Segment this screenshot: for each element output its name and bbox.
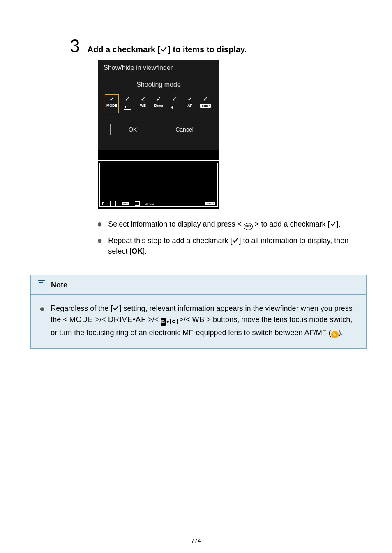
bullet-icon: ● xyxy=(97,220,102,229)
bullet-icon: ● xyxy=(39,304,45,313)
set-button-icon: SET xyxy=(244,223,253,230)
viewfinder-preview: P AWB JPEG Flicker! xyxy=(98,160,219,209)
check-icon: ✓ xyxy=(187,96,193,102)
metering-icon xyxy=(124,104,131,110)
status-awb: AWB xyxy=(122,202,129,205)
step-title-before: Add a checkmark [ xyxy=(87,45,160,54)
option-mode-label: MODE xyxy=(106,104,117,108)
option-flicker-label: Flicker! xyxy=(200,104,211,108)
bullet2-text-c: ]. xyxy=(143,247,147,255)
check-icon xyxy=(232,237,239,244)
mode-button-label: MODE xyxy=(69,315,93,324)
camera-dialog: Show/hide in viewfinder Shooting mode ✓ … xyxy=(98,60,219,209)
page-number: 774 xyxy=(0,537,392,544)
note-text-a: Regardless of the [ xyxy=(51,304,113,312)
check-icon: ✓ xyxy=(203,96,208,102)
option-flicker[interactable]: ✓ Flicker! xyxy=(198,94,212,113)
reference-link-icon[interactable]: ✎ xyxy=(331,331,339,338)
wb-button-label: WB xyxy=(192,315,205,324)
ok-button[interactable]: OK xyxy=(110,124,155,135)
status-mode: P xyxy=(102,201,104,206)
check-icon: ✓ xyxy=(125,96,130,102)
option-drive-label: Drive xyxy=(154,104,163,108)
step-title: Add a checkmark [] to items to display. xyxy=(87,45,247,54)
exposure-icon: ∴ xyxy=(171,104,177,110)
check-icon: ✓ xyxy=(172,96,177,102)
dialog-subtitle: Shooting mode xyxy=(98,74,219,94)
sep1: >/< xyxy=(93,315,108,324)
bullet1-text-c: ]. xyxy=(337,220,341,228)
exposure-metering-icon: ⧉• xyxy=(161,316,177,327)
status-flicker: Flicker! xyxy=(205,202,215,205)
bullet-repeat-step: ● Repeat this step to add a checkmark []… xyxy=(97,235,360,257)
bullet1-text-b: > to add a checkmark [ xyxy=(253,220,330,228)
bullet2-text-a: Repeat this step to add a checkmark [ xyxy=(108,236,232,245)
bullet-icon: ● xyxy=(97,236,102,245)
check-icon xyxy=(113,305,119,312)
bullet-select-info: ● Select information to display and pres… xyxy=(97,219,360,230)
status-metering-icon xyxy=(110,201,116,206)
check-icon: ✓ xyxy=(109,96,115,102)
check-icon xyxy=(160,46,168,53)
option-drive[interactable]: ✓ Drive xyxy=(152,94,166,113)
step-title-after: ] to items to display. xyxy=(168,45,247,54)
check-icon xyxy=(330,221,337,227)
status-drive-icon xyxy=(135,201,140,206)
option-wb-label: WB xyxy=(140,104,146,108)
dialog-icon-row: ✓ MODE ✓ ✓ WB ✓ Drive ✓ ∴ xyxy=(98,94,219,113)
note-box: Note ● Regardless of the [] setting, rel… xyxy=(30,275,367,349)
driveaf-button-label: DRIVE•AF xyxy=(108,315,146,324)
option-af-label: AF xyxy=(187,104,192,108)
note-title: Note xyxy=(51,281,67,289)
option-metering[interactable]: ✓ xyxy=(120,94,134,113)
step-number: 3 xyxy=(70,37,80,55)
option-mode[interactable]: ✓ MODE xyxy=(105,94,119,113)
option-exposure[interactable]: ✓ ∴ xyxy=(167,94,181,113)
status-jpeg: JPEG xyxy=(145,202,154,206)
status-bar: P AWB JPEG Flicker! xyxy=(99,199,219,208)
check-icon: ✓ xyxy=(141,96,146,102)
note-text-d: ). xyxy=(339,329,343,337)
dialog-title: Show/hide in viewfinder xyxy=(98,60,219,74)
cancel-button[interactable]: Cancel xyxy=(162,124,207,135)
note-bullet: ● Regardless of the [] setting, relevant… xyxy=(39,303,357,338)
bullet1-text-a: Select information to display and press … xyxy=(108,220,244,228)
note-icon xyxy=(38,280,45,289)
option-wb[interactable]: ✓ WB xyxy=(136,94,150,113)
option-af[interactable]: ✓ AF xyxy=(183,94,197,113)
sep3: >/< xyxy=(178,315,192,324)
check-icon: ✓ xyxy=(156,96,161,102)
bullet2-ok: OK xyxy=(131,247,143,255)
sep2: >/< xyxy=(146,315,161,324)
